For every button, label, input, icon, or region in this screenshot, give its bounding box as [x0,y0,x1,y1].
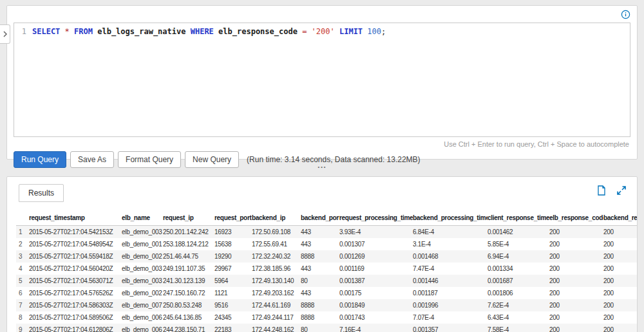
table-cell: elb_demo_003 [122,263,163,275]
table-cell: 172.44.248.162 [252,324,301,332]
table-cell: 7.58E-4 [488,324,549,332]
table-cell: 443 [301,226,339,239]
table-cell: 172.44.61.169 [252,299,301,311]
table-cell: 249.191.107.35 [163,263,214,275]
table-cell: 5.85E-4 [488,238,549,250]
table-cell: 2015-05-27T02:17:04.559418Z [29,250,122,263]
sql-token-plain [214,27,218,36]
table-cell: 172.49.203.162 [252,287,301,299]
query-editor-panel: 1 SELECT * FROM elb_logs_raw_native WHER… [6,5,638,160]
sql-token-plain [185,27,190,36]
table-cell: 8888 [301,250,339,263]
sql-token-str: '200' [312,27,335,36]
table-cell: 2015-05-27T02:17:04.560420Z [29,263,122,275]
expand-icon[interactable] [616,185,627,196]
table-cell: 0.001462 [488,226,549,239]
table-cell: 172.50.69.108 [252,226,301,239]
table-cell: 1121 [214,287,252,299]
row-number: 6 [16,287,29,299]
table-cell: elb_demo_006 [122,311,163,324]
table-row: 32015-05-27T02:17:04.559418Zelb_demo_002… [16,250,637,263]
sql-token-op: * [65,27,70,36]
table-cell: 172.49.130.140 [252,275,301,287]
table-cell: 172.32.240.32 [252,250,301,263]
table-row: 12015-05-27T02:17:04.542153Zelb_demo_003… [16,226,637,239]
table-cell: 0.001307 [339,238,413,250]
tab-results[interactable]: Results [19,184,64,202]
table-cell: 7.62E-4 [488,299,549,311]
table-cell: 443 [301,238,339,250]
table-cell: 6.94E-4 [488,250,549,263]
table-cell: 6.43E-4 [488,311,549,324]
table-cell: 0.001169 [339,263,413,275]
table-cell: 0.001357 [413,324,488,332]
sql-token-plain [307,27,311,36]
table-cell: 245.64.136.85 [163,311,214,324]
table-cell: 2015-05-27T02:17:04.576526Z [29,287,122,299]
table-cell: 200 [549,263,603,275]
table-cell: 0.001187 [413,287,488,299]
table-cell: 5964 [214,275,252,287]
sql-query-text: SELECT * FROM elb_logs_raw_native WHERE … [32,26,386,37]
table-cell: 2015-05-27T02:17:04.548954Z [29,238,122,250]
table-cell: 200 [549,238,603,250]
table-cell: elb_demo_003 [122,226,163,239]
column-header: request_port [214,212,252,226]
table-cell: 0.001334 [488,263,549,275]
sql-token-id: elb_response_code [218,27,298,36]
table-cell: elb_demo_001 [122,238,163,250]
table-cell: 200 [603,226,637,239]
table-cell: 80 [301,324,339,332]
sidebar-collapse-handle[interactable] [0,24,10,44]
table-row: 42015-05-27T02:17:04.560420Zelb_demo_003… [16,263,637,275]
table-cell: 200 [603,250,637,263]
results-tab-bar: Results [7,177,637,204]
sql-editor[interactable]: 1 SELECT * FROM elb_logs_raw_native WHER… [14,23,630,137]
table-cell: 80 [301,275,339,287]
table-cell: 0.00175 [339,287,413,299]
info-icon[interactable] [621,10,630,22]
table-cell: 24345 [214,311,252,324]
table-cell: 0.001849 [339,299,413,311]
sql-code-line: 1 SELECT * FROM elb_logs_raw_native WHER… [14,26,630,37]
row-number: 1 [16,226,29,239]
table-cell: 200 [603,238,637,250]
table-cell: 200 [603,275,637,287]
table-cell: 200 [603,287,637,299]
table-cell: 241.30.123.139 [163,275,214,287]
table-row: 72015-05-27T02:17:04.586303Zelb_demo_007… [16,299,637,311]
sql-token-plain [60,27,64,36]
export-file-icon[interactable] [596,185,607,196]
column-header: elb_name [122,212,163,226]
table-cell: 0.001387 [339,275,413,287]
panel-splitter-handle[interactable]: ... [0,161,644,175]
sql-token-kw: LIMIT [339,27,363,36]
table-header-row: request_timestampelb_namerequest_ipreque… [16,212,637,226]
table-cell: 15638 [214,238,252,250]
column-header: request_ip [163,212,214,226]
row-number-header [16,212,29,226]
table-cell: 19290 [214,250,252,263]
table-cell: 2015-05-27T02:17:04.612806Z [29,324,122,332]
table-row: 22015-05-27T02:17:04.548954Zelb_demo_001… [16,238,637,250]
row-number: 2 [16,238,29,250]
table-cell: elb_demo_006 [122,324,163,332]
table-cell: 443 [301,287,339,299]
table-cell: 29967 [214,263,252,275]
table-cell: 200 [549,287,603,299]
row-number: 3 [16,250,29,263]
table-cell: elb_demo_002 [122,287,163,299]
table-cell: 200 [549,250,603,263]
table-cell: 2015-05-27T02:17:04.589506Z [29,311,122,324]
table-cell: 0.001806 [488,287,549,299]
table-cell: 251.46.44.75 [163,250,214,263]
table-cell: 200 [603,299,637,311]
table-cell: 200 [549,311,603,324]
table-cell: 8888 [301,311,339,324]
chevron-right-icon [3,28,8,40]
sql-token-kw: FROM [74,27,93,36]
table-cell: 7.16E-4 [339,324,413,332]
table-cell: 0.001468 [413,250,488,263]
table-cell: 172.49.244.117 [252,311,301,324]
table-cell: 172.55.69.41 [252,238,301,250]
